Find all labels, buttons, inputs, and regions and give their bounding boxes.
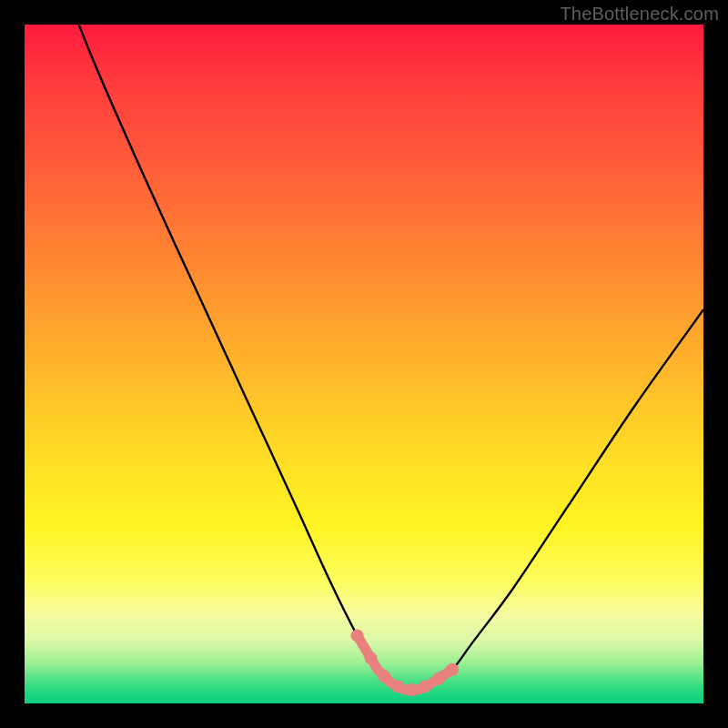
bottleneck-curve: [79, 25, 703, 696]
trough-markers: [351, 629, 460, 696]
plot-area: [25, 25, 703, 703]
trough-marker: [378, 670, 390, 682]
chart-frame: TheBottleneck.com: [0, 0, 728, 728]
trough-marker: [351, 629, 364, 642]
curve-line: [79, 25, 703, 691]
trough-marker: [446, 663, 459, 676]
trough-marker: [419, 680, 431, 693]
trough-marker: [365, 652, 378, 664]
trough-marker: [405, 683, 418, 696]
trough-marker: [391, 680, 404, 693]
trough-marker: [432, 672, 445, 685]
watermark-text: TheBottleneck.com: [560, 4, 719, 25]
bottleneck-curve-svg: [25, 25, 703, 703]
